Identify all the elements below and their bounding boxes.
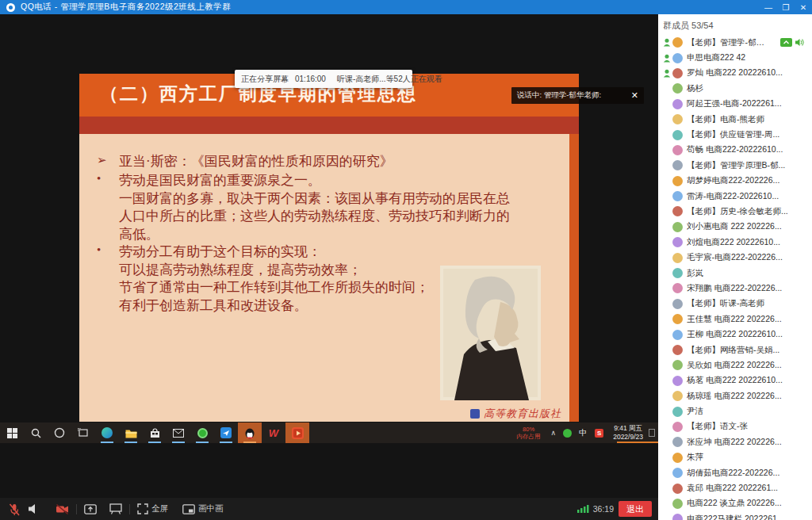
bullet-icon: • xyxy=(97,172,119,243)
member-name: 【老师】电商-熊老师 xyxy=(687,114,764,125)
member-row[interactable]: 王柳 电商222 20222610... xyxy=(658,327,812,342)
mail-icon[interactable] xyxy=(167,422,190,443)
cortana-icon[interactable] xyxy=(48,422,71,443)
avatar xyxy=(672,345,683,355)
class-app-icon[interactable] xyxy=(285,422,309,443)
avatar xyxy=(672,130,683,140)
member-row[interactable]: 尹洁 xyxy=(658,403,812,419)
member-row[interactable]: 电商222马建栏 2022261... xyxy=(658,511,812,520)
restore-button[interactable]: ❐ xyxy=(777,0,795,14)
hidden-icons-chevron[interactable]: ∧ xyxy=(551,429,557,437)
member-row[interactable]: 彭岚 xyxy=(658,266,812,281)
member-row[interactable]: 【老师】管理学原理B-郁... xyxy=(658,158,812,173)
member-name: 【老师】语文-张 xyxy=(687,421,748,432)
avatar xyxy=(672,68,683,78)
member-row[interactable]: 【老师】网络营销-吴娟... xyxy=(658,342,812,358)
edge-icon[interactable] xyxy=(95,422,119,443)
sharing-status-bar[interactable]: 正在分享屏幕 01:16:00 听课-高老师...等52人正在观看 xyxy=(235,70,412,88)
member-row[interactable]: 杨杉 xyxy=(658,81,812,96)
member-name: 张应坤 电商222 202226... xyxy=(687,437,782,448)
slide-right-strip xyxy=(569,134,579,422)
start-button[interactable] xyxy=(0,422,24,443)
avatar xyxy=(672,499,683,509)
fullscreen-button[interactable]: 全屏 xyxy=(137,503,168,514)
fullscreen-label: 全屏 xyxy=(151,503,168,514)
member-name: 【老师】历史-徐会敏老师... xyxy=(687,206,788,217)
member-name: 袁邱 电商222 2022261... xyxy=(687,483,778,494)
member-row[interactable]: 毛宇宸-电商222-202226... xyxy=(658,250,812,265)
slide-heading-row: ➢ 亚当·斯密：《国民财富的性质和原因的研究》 xyxy=(97,153,393,171)
member-row[interactable]: 【老师】管理学-郁华老师... xyxy=(658,35,812,50)
file-explorer-icon[interactable] xyxy=(119,422,143,443)
badge-close-icon[interactable]: ✕ xyxy=(631,90,638,101)
member-row[interactable]: 杨琼瑶 电商222 202226... xyxy=(658,388,812,403)
sharing-status: 正在分享屏幕 xyxy=(241,74,289,85)
blue-app-icon[interactable] xyxy=(214,422,238,443)
avatar xyxy=(672,422,683,432)
slide-bullet-group: •劳动是国民财富的重要源泉之一。一国财富的多寡，取决于两个因素：该国从事有用劳动… xyxy=(97,172,510,243)
tray-red-s-icon[interactable]: S xyxy=(595,429,603,438)
task-view-icon[interactable] xyxy=(71,422,95,443)
avatar xyxy=(672,514,683,520)
store-icon[interactable] xyxy=(143,422,167,443)
member-row[interactable]: 胡梦婷电商222-202226... xyxy=(658,174,812,189)
taskbar-clock[interactable]: 9:41 周五 2022/9/23 xyxy=(613,424,643,441)
member-row[interactable]: 【老师】供应链管理-周... xyxy=(658,127,812,142)
search-icon[interactable] xyxy=(24,422,48,443)
tray-green-app-icon[interactable] xyxy=(563,429,572,438)
share-screen-icon[interactable] xyxy=(84,504,97,514)
member-row[interactable]: 宋翔鹏 电商222-202226... xyxy=(658,281,812,296)
avatar xyxy=(672,253,683,263)
minimize-button[interactable]: — xyxy=(760,0,777,14)
member-row[interactable]: 申思电商222 42 xyxy=(658,50,812,65)
avatar xyxy=(672,222,683,232)
green-app-icon[interactable] xyxy=(190,422,214,443)
avatar xyxy=(672,453,683,463)
memory-usage-indicator[interactable]: 80% 内存占用 xyxy=(517,426,541,440)
notification-center-icon[interactable] xyxy=(649,429,655,437)
close-button[interactable]: ✕ xyxy=(795,0,812,14)
member-row[interactable]: 刘小惠电商 222 202226... xyxy=(658,220,812,235)
member-row[interactable]: 刘煊电商222 20222610... xyxy=(658,235,812,250)
member-row[interactable]: 罗灿 电商222 20222610... xyxy=(658,66,812,81)
member-row[interactable]: 朱萍 xyxy=(658,450,812,465)
microphone-muted-icon[interactable] xyxy=(8,503,21,516)
slide-red-band xyxy=(79,117,579,134)
member-row[interactable]: 苟畅 电商222-20222610... xyxy=(658,143,812,158)
member-row[interactable]: 【老师】语文-张 xyxy=(658,419,812,434)
member-row[interactable]: 【老师】历史-徐会敏老师... xyxy=(658,204,812,219)
member-row[interactable]: 杨茗 电商222 20222610... xyxy=(658,373,812,388)
pip-button[interactable]: 画中画 xyxy=(182,503,224,514)
member-row[interactable]: 王佳慧 电商222 202226... xyxy=(658,312,812,327)
member-name: 朱萍 xyxy=(687,452,703,463)
member-row[interactable]: 张应坤 电商222 202226... xyxy=(658,434,812,449)
avatar xyxy=(672,237,683,247)
speaker-icon[interactable] xyxy=(29,503,38,514)
sharing-duration: 01:16:00 xyxy=(295,75,326,83)
qq-taskbar-icon[interactable] xyxy=(238,422,262,443)
member-row[interactable]: 吴欣如 电商222 202226... xyxy=(658,358,812,373)
avatar xyxy=(672,160,683,170)
speaking-text: 说话中: 管理学-郁华老师: xyxy=(517,90,601,101)
publisher-name: 高等教育出版社 xyxy=(484,407,561,421)
bullet-text: 劳动分工有助于这个目标的实现：可以提高劳动熟练程度，提高劳动效率；节省了通常由一… xyxy=(119,243,429,315)
ime-indicator[interactable]: 中 xyxy=(579,427,587,438)
avatar xyxy=(672,376,683,386)
camera-off-icon[interactable] xyxy=(56,503,69,515)
member-row[interactable]: 电商222 谈立鼎 202226... xyxy=(658,496,812,511)
member-name: 苟畅 电商222-20222610... xyxy=(687,144,783,155)
member-row[interactable]: 阿起王强-电商-2022261... xyxy=(658,97,812,112)
member-row[interactable]: 胡倩茹电商222-202226... xyxy=(658,465,812,480)
whiteboard-icon[interactable] xyxy=(109,503,122,514)
member-name: 尹洁 xyxy=(687,406,703,417)
member-row[interactable]: 袁邱 电商222 2022261... xyxy=(658,480,812,495)
exit-button[interactable]: 退出 xyxy=(619,501,652,517)
wps-icon[interactable]: W xyxy=(262,422,285,443)
bullet-text: 劳动是国民财富的重要源泉之一。一国财富的多寡，取决于两个因素：该国从事有用劳动的… xyxy=(119,172,510,243)
avatar xyxy=(672,191,683,201)
member-row[interactable]: 雷涛-电商222-2022610... xyxy=(658,189,812,204)
member-row[interactable]: 【老师】电商-熊老师 xyxy=(658,112,812,127)
member-row[interactable]: 【老师】听课-高老师 xyxy=(658,296,812,312)
signal-strength-icon xyxy=(577,502,590,516)
online-person-icon xyxy=(663,38,671,47)
